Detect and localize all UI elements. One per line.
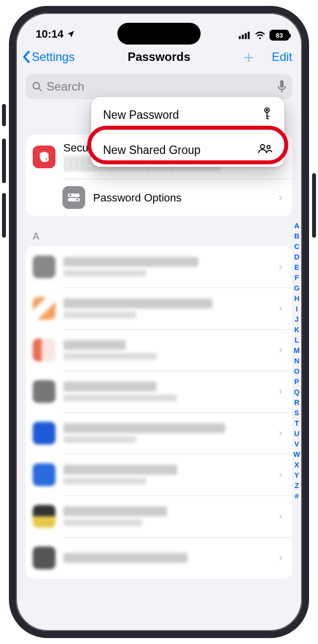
chevron-right-icon: ›: [279, 344, 285, 356]
site-icon: [33, 297, 55, 320]
svg-point-15: [266, 109, 268, 111]
index-letter[interactable]: G: [294, 283, 300, 294]
alphabet-index[interactable]: ABCDEFGHIJKLMNOPQRSTUVWXYZ#: [293, 221, 300, 501]
silence-switch[interactable]: [2, 104, 6, 126]
blurred-text: [63, 353, 157, 360]
toggles-icon: [62, 186, 85, 209]
search-placeholder: Search: [47, 80, 273, 94]
chevron-right-icon: ›: [279, 302, 285, 315]
password-entry[interactable]: ›: [26, 329, 292, 371]
location-icon: [66, 30, 75, 39]
index-letter[interactable]: F: [295, 273, 299, 283]
back-button[interactable]: Settings: [23, 50, 75, 64]
blurred-text: [63, 553, 188, 563]
blurred-text: [63, 465, 177, 475]
index-letter[interactable]: C: [294, 242, 299, 252]
svg-point-20: [267, 146, 270, 149]
index-letter[interactable]: Q: [294, 387, 300, 397]
search-icon: [32, 81, 43, 92]
index-letter[interactable]: Z: [295, 481, 299, 491]
blurred-text: [63, 382, 157, 392]
navigation-bar: Settings Passwords ＋ Edit: [16, 42, 302, 72]
index-letter[interactable]: A: [294, 221, 299, 231]
blurred-text: [63, 506, 167, 516]
password-entry[interactable]: ›: [26, 537, 292, 579]
svg-text:!: !: [46, 156, 47, 161]
index-letter[interactable]: #: [295, 491, 299, 501]
svg-rect-1: [242, 35, 244, 39]
password-entry[interactable]: ›: [26, 454, 292, 495]
page-title: Passwords: [128, 50, 191, 64]
blurred-text: [63, 298, 212, 308]
index-letter[interactable]: W: [293, 449, 300, 460]
people-icon: [258, 143, 272, 157]
add-button[interactable]: ＋: [240, 46, 257, 68]
index-letter[interactable]: B: [294, 231, 299, 242]
battery-indicator: 83: [269, 30, 289, 41]
chevron-right-icon: ›: [279, 191, 285, 204]
svg-rect-0: [239, 36, 241, 39]
new-shared-group-menu-item[interactable]: New Shared Group: [91, 133, 284, 167]
add-menu-popover: New Password New Shared Group: [91, 97, 284, 167]
battery-percent: 83: [276, 32, 283, 39]
password-entry[interactable]: ›: [26, 412, 292, 454]
section-header-a: A: [26, 216, 292, 246]
password-entry[interactable]: ›: [26, 288, 292, 329]
password-entry[interactable]: ›: [26, 246, 292, 288]
menu-item-label: New Shared Group: [103, 144, 201, 157]
chevron-right-icon: ›: [279, 468, 285, 481]
microphone-icon[interactable]: [277, 80, 286, 93]
blurred-text: [63, 478, 146, 485]
new-password-menu-item[interactable]: New Password: [91, 97, 284, 133]
password-entry[interactable]: ›: [26, 371, 292, 412]
volume-down-button[interactable]: [2, 193, 6, 238]
svg-rect-6: [280, 80, 283, 88]
index-letter[interactable]: M: [294, 346, 300, 356]
site-icon: [33, 339, 55, 361]
blurred-text: [63, 423, 225, 433]
index-letter[interactable]: L: [295, 335, 299, 346]
volume-up-button[interactable]: [2, 139, 6, 183]
index-letter[interactable]: V: [294, 439, 299, 449]
password-options-row[interactable]: Password Options ›: [62, 179, 292, 216]
chevron-right-icon: ›: [279, 260, 285, 273]
power-button[interactable]: [312, 173, 316, 238]
back-label: Settings: [32, 50, 75, 64]
index-letter[interactable]: N: [294, 356, 299, 366]
shield-alert-icon: !: [33, 146, 55, 168]
index-letter[interactable]: O: [294, 366, 300, 377]
svg-point-11: [69, 195, 71, 197]
passwords-list: › › › ›: [26, 246, 292, 579]
index-letter[interactable]: U: [294, 429, 299, 439]
index-letter[interactable]: T: [295, 418, 299, 429]
index-letter[interactable]: I: [296, 304, 298, 314]
svg-line-5: [39, 88, 42, 91]
status-time: 10:14: [36, 28, 63, 41]
index-letter[interactable]: K: [294, 325, 299, 335]
svg-point-13: [76, 199, 78, 201]
phone-frame: 10:14: [9, 6, 309, 638]
dynamic-island: [117, 23, 201, 45]
index-letter[interactable]: D: [294, 252, 299, 262]
index-letter[interactable]: Y: [294, 470, 299, 481]
blurred-text: [63, 395, 177, 401]
blurred-text: [63, 257, 198, 267]
index-letter[interactable]: X: [294, 460, 299, 470]
blurred-text: [63, 270, 146, 277]
password-entry[interactable]: ›: [26, 495, 292, 537]
index-letter[interactable]: J: [295, 314, 299, 325]
index-letter[interactable]: P: [294, 377, 299, 387]
chevron-right-icon: ›: [279, 510, 285, 523]
menu-item-label: New Password: [103, 108, 179, 122]
key-icon: [262, 107, 272, 123]
blurred-text: [63, 311, 136, 318]
index-letter[interactable]: H: [294, 294, 299, 304]
search-field[interactable]: Search: [26, 74, 292, 99]
index-letter[interactable]: E: [294, 262, 299, 273]
wifi-icon: [255, 31, 265, 39]
edit-button[interactable]: Edit: [272, 50, 292, 64]
site-icon: [33, 463, 55, 486]
index-letter[interactable]: S: [294, 408, 299, 418]
index-letter[interactable]: R: [294, 397, 299, 408]
password-options-title: Password Options: [93, 192, 271, 204]
